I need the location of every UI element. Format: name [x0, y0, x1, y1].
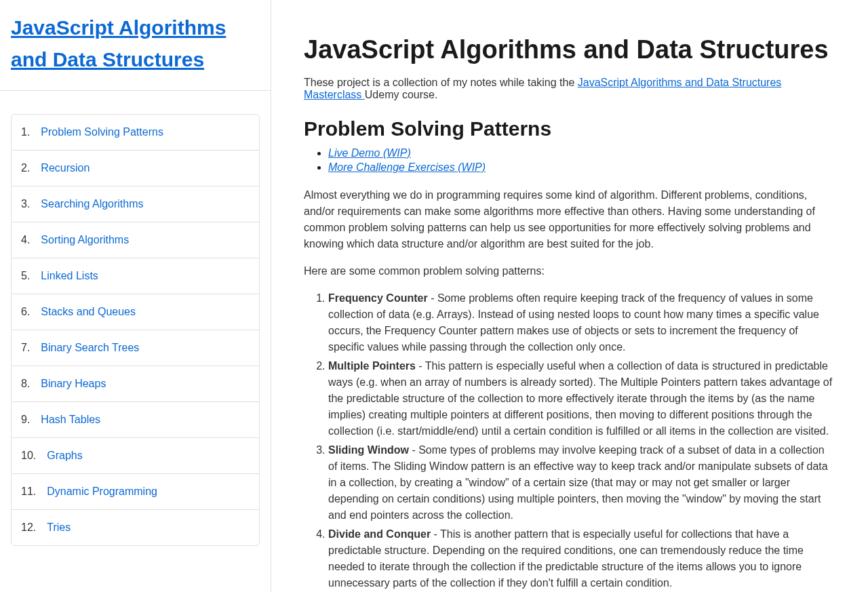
page-title: JavaScript Algorithms and Data Structure…: [304, 35, 835, 64]
sidebar-item-link[interactable]: Binary Search Trees: [41, 342, 139, 354]
wip-link-list: Live Demo (WIP)More Challenge Exercises …: [304, 147, 835, 174]
main-content: JavaScript Algorithms and Data Structure…: [271, 0, 868, 592]
pattern-item: Frequency Counter - Some problems often …: [328, 290, 835, 355]
sidebar-item-number: 7.: [21, 342, 30, 354]
sidebar-item-link[interactable]: Problem Solving Patterns: [41, 126, 163, 138]
sidebar-item-number: 4.: [21, 234, 30, 246]
sidebar: JavaScript Algorithms and Data Structure…: [0, 0, 271, 592]
sidebar-item-number: 9.: [21, 414, 30, 426]
pattern-name: Sliding Window: [328, 444, 409, 456]
wip-link[interactable]: More Challenge Exercises (WIP): [328, 161, 486, 173]
sidebar-item[interactable]: 10.Graphs: [12, 438, 259, 474]
pattern-list: Frequency Counter - Some problems often …: [304, 290, 835, 591]
sidebar-nav-list: 1.Problem Solving Patterns2.Recursion3.S…: [11, 114, 260, 546]
sidebar-item-number: 8.: [21, 378, 30, 390]
sidebar-item-link[interactable]: Binary Heaps: [41, 378, 106, 390]
sidebar-item-number: 6.: [21, 306, 30, 318]
sidebar-item-number: 10.: [21, 450, 36, 462]
sidebar-item[interactable]: 12.Tries: [12, 510, 259, 545]
paragraph-overview: Almost everything we do in programming r…: [304, 187, 835, 252]
sidebar-item-number: 2.: [21, 162, 30, 174]
sidebar-item-number: 3.: [21, 198, 30, 210]
sidebar-item[interactable]: 6.Stacks and Queues: [12, 294, 259, 330]
sidebar-item-link[interactable]: Searching Algorithms: [41, 198, 143, 210]
sidebar-item-link[interactable]: Sorting Algorithms: [41, 234, 129, 246]
section-heading: Problem Solving Patterns: [304, 117, 835, 140]
sidebar-item-number: 5.: [21, 270, 30, 282]
sidebar-item[interactable]: 11.Dynamic Programming: [12, 474, 259, 510]
sidebar-item-link[interactable]: Linked Lists: [41, 270, 98, 282]
pattern-item: Divide and Conquer - This is another pat…: [328, 526, 835, 591]
sidebar-item-link[interactable]: Dynamic Programming: [47, 486, 157, 498]
sidebar-item-link[interactable]: Graphs: [47, 450, 82, 462]
paragraph-lead: Here are some common problem solving pat…: [304, 263, 835, 279]
intro-pre: These project is a collection of my note…: [304, 77, 578, 88]
pattern-name: Frequency Counter: [328, 292, 428, 304]
sidebar-item-link[interactable]: Tries: [47, 521, 71, 534]
intro-post: Udemy course.: [365, 89, 438, 100]
list-item: More Challenge Exercises (WIP): [328, 161, 835, 174]
sidebar-item-number: 12.: [21, 521, 36, 534]
sidebar-item[interactable]: 3.Searching Algorithms: [12, 186, 259, 222]
sidebar-item[interactable]: 2.Recursion: [12, 151, 259, 186]
pattern-name: Multiple Pointers: [328, 360, 416, 372]
sidebar-title-link[interactable]: JavaScript Algorithms and Data Structure…: [11, 16, 226, 71]
sidebar-item[interactable]: 8.Binary Heaps: [12, 366, 259, 402]
sidebar-item-number: 1.: [21, 126, 30, 138]
sidebar-item-link[interactable]: Stacks and Queues: [41, 306, 136, 318]
list-item: Live Demo (WIP): [328, 147, 835, 159]
intro-paragraph: These project is a collection of my note…: [304, 77, 835, 101]
sidebar-item[interactable]: 7.Binary Search Trees: [12, 330, 259, 366]
sidebar-item[interactable]: 1.Problem Solving Patterns: [12, 115, 259, 151]
sidebar-item[interactable]: 4.Sorting Algorithms: [12, 222, 259, 258]
pattern-item: Multiple Pointers - This pattern is espe…: [328, 358, 835, 439]
wip-link[interactable]: Live Demo (WIP): [328, 147, 411, 159]
sidebar-item-number: 11.: [21, 486, 36, 498]
pattern-item: Sliding Window - Some types of problems …: [328, 442, 835, 524]
sidebar-header: JavaScript Algorithms and Data Structure…: [0, 0, 271, 91]
sidebar-item-link[interactable]: Hash Tables: [41, 414, 100, 426]
pattern-name: Divide and Conquer: [328, 528, 431, 540]
sidebar-item[interactable]: 5.Linked Lists: [12, 258, 259, 294]
sidebar-item[interactable]: 9.Hash Tables: [12, 402, 259, 438]
sidebar-item-link[interactable]: Recursion: [41, 162, 90, 174]
